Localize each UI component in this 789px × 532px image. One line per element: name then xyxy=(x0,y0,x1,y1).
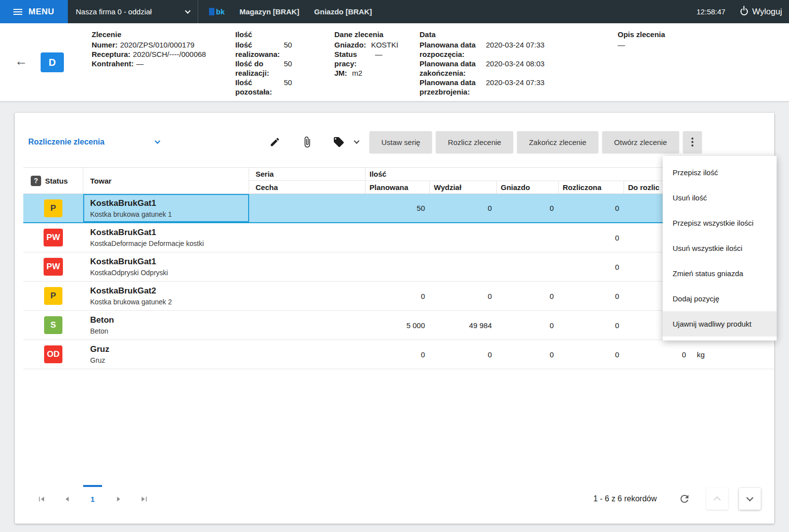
table-row[interactable]: PW KostkaBrukGat1 KostkaOdpryski Odprysk… xyxy=(23,252,774,282)
column-header-rozliczona[interactable]: Rozliczona xyxy=(559,181,624,194)
rozliczona-value: 0 xyxy=(559,204,624,212)
menu-item[interactable]: Dodaj pozycję xyxy=(663,286,777,311)
column-label: Status xyxy=(45,177,68,185)
product-name: KostkaBrukGat1 xyxy=(90,227,249,238)
field-value: 2020/ZPS/010/000179 xyxy=(120,40,195,49)
first-page-button[interactable] xyxy=(28,485,54,513)
field-label: Ilość pozostała: xyxy=(235,78,284,97)
last-page-icon xyxy=(140,494,149,504)
status-cell: OD xyxy=(23,345,83,363)
wydzial-value: 49 984 xyxy=(430,321,497,330)
hamburger-icon xyxy=(13,11,22,12)
menu-item[interactable]: Ujawnij wadliwy produkt xyxy=(663,311,777,337)
rozliczona-value: 0 xyxy=(559,234,624,242)
edit-icon[interactable] xyxy=(269,137,280,147)
field-label: Receptura: xyxy=(92,49,130,59)
field-label: Planowana data zakończenia: xyxy=(420,59,486,78)
tag-icon xyxy=(333,136,345,148)
planowana-value: 50 xyxy=(366,204,430,212)
back-button[interactable]: ← xyxy=(15,54,28,101)
table-header: ? Status Towar Seria Cecha Ilość Planowa… xyxy=(23,167,774,194)
column-header-seria[interactable]: Seria xyxy=(249,168,365,181)
pagination: 1 1 - 6 z 6 rekordów xyxy=(28,485,761,513)
first-page-icon xyxy=(37,494,46,504)
otworz-zlecenie-button[interactable]: Otwórz zlecenie xyxy=(602,131,679,153)
rozliczona-value: 0 xyxy=(559,263,624,271)
refresh-button[interactable] xyxy=(679,493,690,505)
scroll-down-button[interactable] xyxy=(739,488,761,510)
logout-button[interactable]: Wyloguj xyxy=(740,7,782,17)
logo-mark-icon xyxy=(209,8,214,15)
rozliczona-value: 0 xyxy=(559,321,624,330)
column-header-planowana[interactable]: Planowana xyxy=(366,181,430,194)
table-row[interactable]: S Beton Beton 5 000 49 984 0 0 xyxy=(23,311,774,340)
opis-column: Opis zlecenia — xyxy=(618,30,774,101)
records-count: 1 - 6 z 6 rekordów xyxy=(593,494,657,503)
previous-page-button[interactable] xyxy=(54,485,80,513)
planowana-value: 0 xyxy=(366,350,430,359)
attachment-icon[interactable] xyxy=(301,136,313,148)
menu-item[interactable]: Usuń wszystkie ilości xyxy=(663,236,777,261)
column-header-gniazdo[interactable]: Gniazdo xyxy=(497,181,559,194)
current-page-button[interactable]: 1 xyxy=(80,485,105,513)
table-row[interactable]: PW KostkaBrukGat1 KostkaDeformacje Defor… xyxy=(23,223,774,252)
gniazdo-value: 0 xyxy=(497,321,559,330)
scroll-up-button[interactable] xyxy=(706,488,728,510)
next-page-icon xyxy=(114,494,123,504)
company-selector[interactable]: Nasza firma 0 - oddział xyxy=(68,0,198,23)
ustaw-serie-button[interactable]: Ustaw serię xyxy=(369,131,432,153)
product-subtitle: Beton xyxy=(90,327,249,336)
order-type-badge: D xyxy=(41,52,64,72)
tag-menu[interactable] xyxy=(333,136,359,148)
gniazdo-value: 0 xyxy=(497,350,559,359)
field-value: — xyxy=(618,40,774,49)
section-title: Data xyxy=(420,30,618,40)
status-cell: P xyxy=(23,287,83,305)
rozlicz-zlecenie-button[interactable]: Rozlicz zlecenie xyxy=(436,131,513,153)
table-row[interactable]: OD Gruz Gruz 0 0 0 0 0 kg xyxy=(23,340,774,369)
main-menu-button[interactable]: MENU xyxy=(0,0,68,23)
field-label: Planowana data przezbrojenia: xyxy=(420,78,486,97)
view-select[interactable]: Rozliczenie zlecenia xyxy=(28,138,159,146)
toolbar-icons xyxy=(269,136,359,148)
gniazdo-selector[interactable]: Gniazdo [BRAK] xyxy=(314,7,372,16)
field-label: Gniazdo: xyxy=(334,40,366,49)
status-badge: P xyxy=(44,199,62,217)
menu-item[interactable]: Przepisz ilość xyxy=(663,160,777,185)
column-header-wydzial[interactable]: Wydział xyxy=(430,181,497,194)
towar-cell: KostkaBrukGat1 Kostka brukowa gatunek 1 xyxy=(83,194,249,222)
vertical-dots-icon xyxy=(691,141,693,143)
product-name: Gruz xyxy=(90,344,249,355)
chevron-up-icon xyxy=(714,496,721,503)
menu-item[interactable]: Przepisz wszystkie ilości xyxy=(663,210,777,236)
product-name: Beton xyxy=(90,315,249,326)
column-header-towar[interactable]: Towar xyxy=(83,168,249,193)
field-value: — xyxy=(136,59,144,68)
chevron-down-icon xyxy=(354,138,359,144)
product-subtitle: KostkaOdpryski Odpryski xyxy=(90,268,249,277)
magazyn-selector[interactable]: Magazyn [BRAK] xyxy=(240,7,300,16)
wydzial-value: 0 xyxy=(430,350,497,359)
menu-item[interactable]: Usuń ilość xyxy=(663,185,777,210)
last-page-button[interactable] xyxy=(131,485,157,513)
towar-cell: KostkaBrukGat2 Kostka brukowa gatunek 2 xyxy=(83,282,249,310)
wydzial-value: 0 xyxy=(430,204,497,212)
dane-zlecenia-column: Dane zlecenia Gniazdo:KOSTKI Status prac… xyxy=(334,30,420,101)
column-header-status[interactable]: ? Status xyxy=(23,168,83,193)
rozliczona-value: 0 xyxy=(559,350,624,359)
table-row[interactable]: P KostkaBrukGat1 Kostka brukowa gatunek … xyxy=(23,194,774,223)
field-value: 2020/SCH/----/000068 xyxy=(133,49,206,59)
more-actions-button[interactable] xyxy=(683,131,702,153)
app-logo: bk xyxy=(209,7,225,16)
do-rozliczenia-value: 0 xyxy=(624,350,691,359)
field-value: 2020-03-24 08:03 xyxy=(486,59,618,78)
product-subtitle: Gruz xyxy=(90,356,249,365)
planowana-value: 5 000 xyxy=(366,321,430,330)
column-header-seria-cecha: Seria Cecha xyxy=(249,168,366,193)
table-row[interactable]: P KostkaBrukGat2 Kostka brukowa gatunek … xyxy=(23,282,774,311)
toolbar: Rozliczenie zlecenia Ustaw serię Rozlicz… xyxy=(15,113,774,153)
zakoncz-zlecenie-button[interactable]: Zakończ zlecenie xyxy=(517,131,598,153)
next-page-button[interactable] xyxy=(105,485,131,513)
column-header-cecha[interactable]: Cecha xyxy=(249,181,365,193)
menu-item[interactable]: Zmień status gniazda xyxy=(663,261,777,286)
